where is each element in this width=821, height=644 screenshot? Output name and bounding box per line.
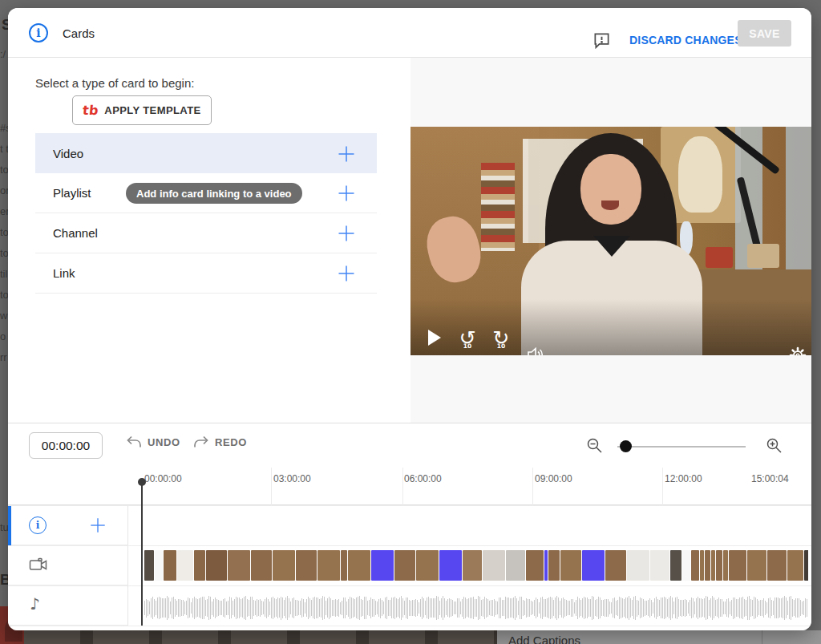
cards-track-info-icon[interactable]: i [29,516,47,534]
waveform-bar [742,597,743,619]
filmstrip-frame [670,550,681,581]
discard-changes-button[interactable]: DISCARD CHANGES [621,27,750,53]
timeline-ruler[interactable]: 00:00:0003:00:0006:00:0009:00:0012:00:00… [8,468,811,505]
waveform-bar [176,601,177,615]
waveform-bar [750,599,751,616]
waveform-bar [428,597,429,619]
waveform-bar [776,597,777,618]
waveform-bar [255,601,256,615]
waveform-bar [487,599,488,616]
apply-template-button[interactable]: tb APPLY TEMPLATE [72,95,212,125]
filmstrip-frame [787,550,803,581]
filmstrip-frame [711,550,715,581]
waveform-bar [186,601,187,616]
waveform-bar [282,597,283,618]
waveform-bar [289,598,289,618]
waveform-bar [361,599,362,617]
waveform-bar [210,597,211,618]
undo-button[interactable]: UNDO [126,435,180,449]
waveform-bar [667,599,668,617]
waveform-bar [760,600,761,617]
add-playlist-card-icon[interactable] [337,184,356,203]
add-link-card-icon[interactable] [337,264,356,283]
waveform-bar [553,600,554,616]
rewind-10-icon[interactable]: ↺10 [457,328,478,348]
cards-track-header[interactable]: i [8,505,127,545]
waveform-bar [378,599,379,616]
audio-track-waveform[interactable] [144,590,808,626]
waveform-bar [234,599,235,617]
waveform-bar [175,599,176,618]
waveform-bar [146,599,147,618]
waveform-bar [536,597,536,618]
waveform-bar [587,597,588,619]
add-video-card-icon[interactable] [337,144,356,164]
timecode-input[interactable] [29,432,103,459]
playhead-handle[interactable] [138,478,146,486]
add-card-track-icon[interactable] [89,516,107,534]
filmstrip-frame [582,550,605,581]
waveform-bar [632,600,633,615]
card-row-channel[interactable]: Channel [35,213,377,253]
waveform-bar [375,601,376,614]
filmstrip-frame [705,550,710,581]
waveform-bar [691,597,692,618]
waveform-bar [688,602,689,613]
card-row-video[interactable]: Video [35,133,377,173]
waveform-bar [720,599,721,617]
filmstrip-frame [463,550,482,581]
waveform-bar [476,599,477,616]
waveform-bar [479,597,480,620]
waveform-bar [252,597,253,618]
waveform-bar [656,597,657,618]
waveform-bar [749,596,750,620]
waveform-bar [515,596,516,620]
waveform-bar [678,599,679,617]
waveform-bar [475,599,475,617]
waveform-bar [625,597,626,618]
redo-button[interactable]: REDO [193,435,247,449]
waveform-bar [491,600,491,616]
filmstrip-frame [371,550,394,581]
waveform-bar [621,597,621,618]
waveform-bar [308,597,309,619]
waveform-bar [253,600,254,615]
zoom-in-icon[interactable] [766,437,783,455]
video-track-filmstrip[interactable] [144,550,808,581]
audio-track-icon: ♪ [30,594,40,614]
filmstrip-frame [506,550,525,581]
video-track-header[interactable] [8,545,127,585]
waveform-bar [699,598,700,618]
waveform-bar [273,597,273,619]
card-row-link[interactable]: Link [35,253,377,294]
waveform-bar [285,597,286,618]
waveform-bar [441,598,442,618]
undo-icon [126,435,142,449]
timeline-zoom-slider[interactable] [617,446,746,448]
save-button[interactable]: SAVE [738,20,791,47]
waveform-bar [752,600,753,617]
play-icon[interactable] [428,330,441,346]
feedback-icon[interactable] [592,31,611,50]
waveform-bar [657,599,658,616]
waveform-bar [439,601,440,614]
waveform-bar [795,598,796,618]
waveform-bar [601,600,602,617]
waveform-bar [630,598,631,618]
audio-track-header[interactable]: ♪ [8,585,127,626]
waveform-bar [281,597,281,620]
zoom-out-icon[interactable] [586,437,604,455]
waveform-bar [236,597,237,619]
playhead-line[interactable] [141,482,143,626]
waveform-bar [616,601,617,615]
waveform-bar [763,598,764,617]
filmstrip-frame [700,550,704,581]
waveform-bar [786,597,787,618]
waveform-bar [807,599,807,617]
card-row-playlist[interactable]: Playlist Add info card linking to a vide… [35,173,377,213]
add-channel-card-icon[interactable] [337,224,356,243]
forward-10-icon[interactable]: ↻10 [491,328,512,348]
waveform-bar [334,600,334,616]
waveform-bar [778,597,779,618]
zoom-slider-knob[interactable] [620,440,632,452]
